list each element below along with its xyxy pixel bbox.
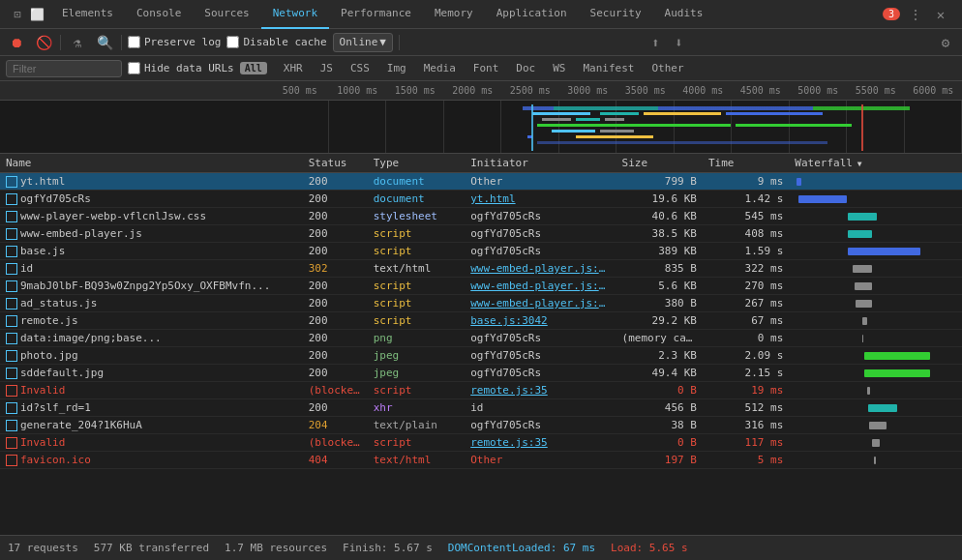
cell-time: 1.59 s — [703, 243, 789, 260]
table-row[interactable]: ad_status.js200scriptwww-embed-player.js… — [0, 295, 962, 312]
cell-name: 9mabJ0lbF-BQ93w0Znpg2Yp5Oxy_OXFBMvfn... — [0, 278, 303, 295]
tab-application[interactable]: Application — [485, 0, 579, 29]
inspect-icon[interactable]: ⊡ — [10, 7, 25, 22]
cell-status: 200 — [303, 225, 368, 243]
network-table-body: yt.html200documentOther799 B9 msogfYd705… — [0, 173, 962, 469]
clear-icon[interactable]: 🚫 — [33, 32, 54, 53]
col-header-status[interactable]: Status — [303, 154, 368, 173]
import-icon[interactable]: ⬆ — [645, 32, 666, 53]
table-header-row: Name Status Type Initiator Size Time Wat… — [0, 154, 962, 173]
filter-tab-css[interactable]: CSS — [342, 59, 378, 77]
tl-label-0: 500 ms — [271, 85, 329, 96]
filter-tab-font[interactable]: Font — [465, 59, 508, 77]
table-row[interactable]: www-embed-player.js200scriptogfYd705cRs3… — [0, 225, 962, 243]
table-row[interactable]: ogfYd705cRs200documentyt.html19.6 KB1.42… — [0, 191, 962, 208]
tab-security[interactable]: Security — [579, 0, 653, 29]
cell-status: 204 — [303, 417, 368, 434]
cell-waterfall — [789, 191, 962, 208]
table-row[interactable]: base.js200scriptogfYd705cRs389 KB1.59 s — [0, 243, 962, 260]
hide-data-urls-check[interactable]: Hide data URLs — [128, 62, 234, 74]
cell-waterfall — [789, 399, 962, 417]
cell-time: 2.15 s — [703, 365, 789, 382]
filter-tab-other[interactable]: Other — [643, 59, 692, 77]
cell-waterfall — [789, 365, 962, 382]
disable-cache-check[interactable]: Disable cache — [226, 36, 326, 48]
all-filter-btn[interactable]: All — [240, 62, 267, 74]
tab-audits[interactable]: Audits — [653, 0, 715, 29]
throttle-dropdown[interactable]: Online ▼ — [333, 33, 393, 52]
more-icon[interactable]: ⋮ — [906, 5, 925, 24]
table-row[interactable]: yt.html200documentOther799 B9 ms — [0, 173, 962, 191]
tab-console[interactable]: Console — [125, 0, 193, 29]
disable-cache-label: Disable cache — [243, 36, 326, 48]
preserve-log-check[interactable]: Preserve log — [128, 36, 221, 48]
col-header-waterfall[interactable]: Waterfall — [789, 154, 962, 173]
table-row[interactable]: Invalid(blocked:oth...scriptremote.js:35… — [0, 434, 962, 452]
file-icon — [6, 193, 17, 205]
file-icon — [6, 246, 17, 257]
file-icon — [6, 228, 17, 240]
settings-icon[interactable]: ⚙ — [935, 32, 956, 53]
filter-input[interactable] — [6, 60, 122, 77]
filter-icon[interactable]: ⚗ — [67, 32, 88, 53]
cell-status: 200 — [303, 208, 368, 225]
cell-size: 5.6 KB — [616, 278, 703, 295]
table-row[interactable]: 9mabJ0lbF-BQ93w0Znpg2Yp5Oxy_OXFBMvfn...2… — [0, 278, 962, 295]
timeline-labels: 500 ms 1000 ms 1500 ms 2000 ms 2500 ms 3… — [0, 85, 962, 96]
filter-tab-xhr[interactable]: XHR — [275, 59, 312, 77]
table-row[interactable]: id302text/htmlwww-embed-player.js:...835… — [0, 260, 962, 278]
filter-tab-img[interactable]: Img — [378, 59, 415, 77]
table-row[interactable]: data:image/png;base...200pngogfYd705cRs(… — [0, 330, 962, 347]
col-header-type[interactable]: Type — [368, 154, 466, 173]
export-icon[interactable]: ⬇ — [668, 32, 689, 53]
cell-initiator: ogfYd705cRs — [465, 417, 616, 434]
tab-performance[interactable]: Performance — [329, 0, 423, 29]
filter-tab-js[interactable]: JS — [312, 59, 342, 77]
file-icon — [6, 280, 17, 292]
cell-size: (memory ca... — [616, 330, 703, 347]
filter-tab-doc[interactable]: Doc — [507, 59, 544, 77]
cell-status: 200 — [303, 173, 368, 191]
network-table-container[interactable]: Name Status Type Initiator Size Time Wat… — [0, 154, 962, 535]
col-header-name[interactable]: Name — [0, 154, 303, 173]
table-row[interactable]: Invalid(blocked:oth...scriptremote.js:35… — [0, 382, 962, 399]
tab-sources[interactable]: Sources — [193, 0, 260, 29]
file-icon — [6, 263, 17, 275]
error-badge: 3 — [883, 8, 900, 20]
disable-cache-checkbox[interactable] — [226, 36, 239, 48]
table-row[interactable]: sddefault.jpg200jpegogfYd705cRs49.4 KB2.… — [0, 365, 962, 382]
record-icon[interactable]: ⏺ — [6, 32, 27, 53]
cell-initiator: ogfYd705cRs — [465, 225, 616, 243]
close-icon[interactable]: ✕ — [931, 5, 950, 24]
file-icon — [6, 402, 17, 414]
table-row[interactable]: favicon.ico404text/htmlOther197 B5 ms — [0, 452, 962, 469]
table-row[interactable]: www-player-webp-vflcnlJsw.css200styleshe… — [0, 208, 962, 225]
tab-network[interactable]: Network — [261, 0, 329, 29]
file-icon — [6, 211, 17, 222]
col-header-time[interactable]: Time — [703, 154, 789, 173]
filter-tab-ws[interactable]: WS — [544, 59, 574, 77]
hide-data-urls-checkbox[interactable] — [128, 62, 140, 74]
cell-size: 0 B — [616, 382, 703, 399]
preserve-log-checkbox[interactable] — [128, 36, 140, 48]
tab-elements[interactable]: Elements — [50, 0, 125, 29]
status-bar: 17 requests 577 KB transferred 1.7 MB re… — [0, 535, 962, 560]
filter-tab-media[interactable]: Media — [415, 59, 465, 77]
cell-name: base.js — [0, 243, 303, 260]
col-header-size[interactable]: Size — [616, 154, 703, 173]
tl-grid-0 — [271, 101, 329, 153]
tab-memory[interactable]: Memory — [423, 0, 485, 29]
table-row[interactable]: id?slf_rd=1200xhrid456 B512 ms — [0, 399, 962, 417]
search-icon[interactable]: 🔍 — [94, 32, 115, 53]
table-row[interactable]: remote.js200scriptbase.js:304229.2 KB67 … — [0, 312, 962, 330]
cell-type: stylesheet — [368, 208, 466, 225]
cell-time: 512 ms — [703, 399, 789, 417]
device-icon[interactable]: ⬜ — [29, 7, 45, 22]
col-header-initiator[interactable]: Initiator — [465, 154, 616, 173]
filter-tab-manifest[interactable]: Manifest — [574, 59, 643, 77]
cell-type: jpeg — [368, 347, 466, 365]
table-row[interactable]: photo.jpg200jpegogfYd705cRs2.3 KB2.09 s — [0, 347, 962, 365]
hide-data-urls-label: Hide data URLs — [144, 62, 234, 74]
table-row[interactable]: generate_204?1K6HuA204text/plainogfYd705… — [0, 417, 962, 434]
status-resources: 1.7 MB resources — [225, 542, 327, 554]
